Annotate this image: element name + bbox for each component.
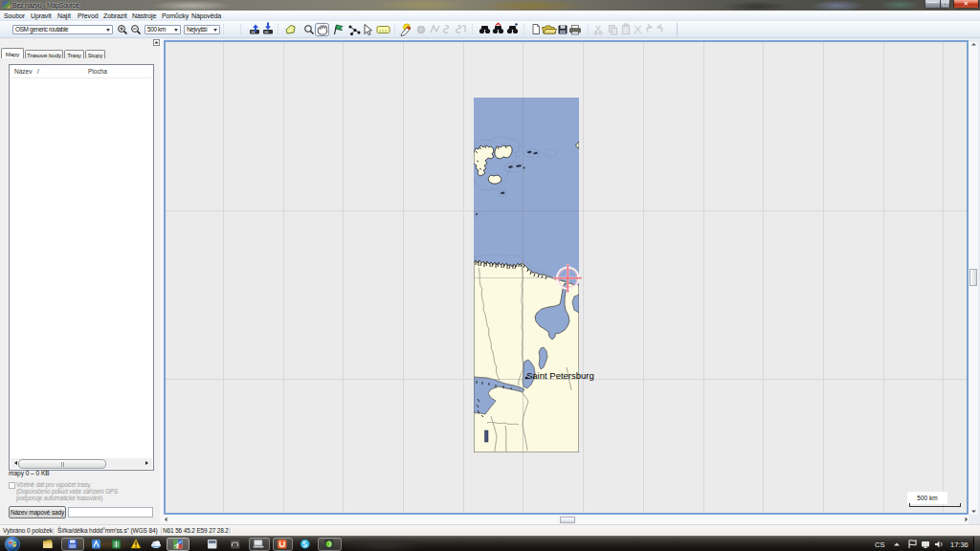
svg-text:17:36: 17:36 — [950, 540, 969, 549]
svg-text:CS: CS — [875, 540, 884, 549]
